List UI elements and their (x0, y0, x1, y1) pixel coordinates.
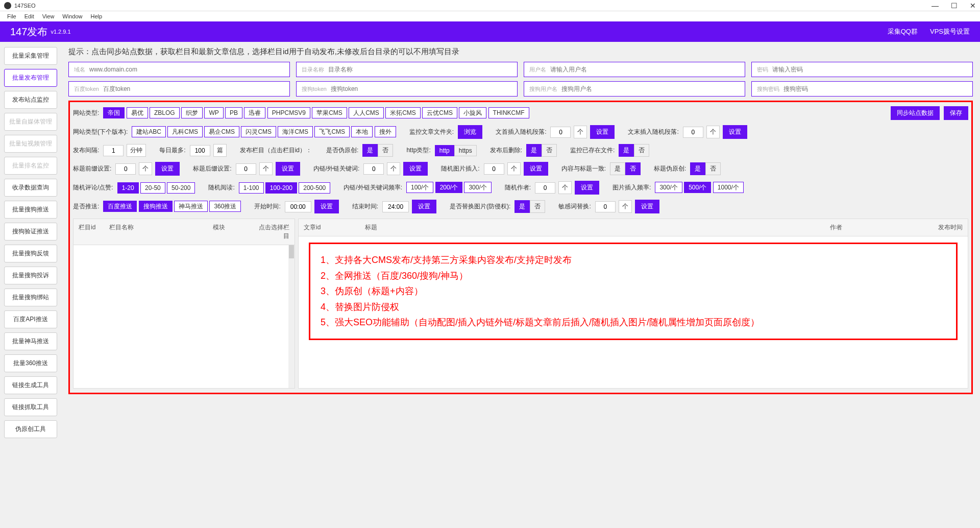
tag-200/个[interactable]: 200/个 (435, 182, 462, 193)
link-kw-input[interactable] (363, 163, 384, 175)
interval-input[interactable] (103, 145, 124, 156)
tag-迅睿[interactable]: 迅睿 (244, 107, 265, 118)
tag-小旋风[interactable]: 小旋风 (459, 107, 486, 118)
sidebar-item-12[interactable]: 百度API推送 (4, 310, 57, 328)
tag-1000/个[interactable]: 1000/个 (713, 182, 744, 193)
tag-建站ABC[interactable]: 建站ABC (132, 126, 166, 137)
sidebar-item-10[interactable]: 批量搜狗投诉 (4, 267, 57, 284)
sidebar-item-9[interactable]: 批量搜狗反馈 (4, 245, 57, 262)
sidebar-item-14[interactable]: 批量360推送 (4, 354, 57, 372)
rand-img-set[interactable]: 设置 (524, 162, 548, 176)
daily-max-input[interactable] (190, 145, 210, 156)
browse-button[interactable]: 浏览 (458, 125, 482, 139)
sidebar-item-1[interactable]: 批量发布管理 (4, 69, 57, 87)
tag-300/个[interactable]: 300/个 (464, 182, 491, 193)
title-suffix-set[interactable]: 设置 (276, 162, 300, 176)
minimize-icon[interactable]: — (932, 2, 939, 10)
tag-本地[interactable]: 本地 (351, 126, 373, 137)
tag-200-500[interactable]: 200-500 (299, 182, 330, 194)
end-time-set[interactable]: 设置 (412, 200, 436, 213)
sensitive-input[interactable] (595, 201, 616, 212)
tag-WP[interactable]: WP (204, 107, 223, 118)
insert-tail-set[interactable]: 设置 (723, 125, 747, 139)
input-field-搜狗用户名[interactable] (561, 85, 740, 92)
sensitive-set[interactable]: 设置 (635, 200, 659, 213)
tag-500/个[interactable]: 500/个 (684, 182, 711, 193)
title-prefix-input[interactable] (115, 163, 136, 175)
menu-edit[interactable]: Edit (21, 12, 37, 20)
tag-云优CMS[interactable]: 云优CMS (422, 107, 457, 118)
tag-人人CMS[interactable]: 人人CMS (349, 107, 384, 118)
rand-img-input[interactable] (484, 163, 504, 175)
tag-凡科CMS[interactable]: 凡科CMS (167, 126, 203, 137)
input-field-搜狗密码[interactable] (783, 85, 967, 92)
tag-PB[interactable]: PB (225, 107, 242, 118)
monitor-exist-toggle[interactable]: 是否 (619, 144, 649, 157)
tag-1-20[interactable]: 1-20 (117, 182, 139, 194)
tag-搜外[interactable]: 搜外 (375, 126, 396, 137)
push-tag-360推送[interactable]: 360推送 (209, 201, 241, 212)
scrollbar[interactable] (288, 245, 295, 388)
header-link-qq[interactable]: 采集QQ群 (888, 27, 918, 36)
tag-1-100[interactable]: 1-100 (239, 182, 264, 194)
header-link-vps[interactable]: VPS拨号设置 (930, 27, 970, 36)
sidebar-item-11[interactable]: 批量搜狗绑站 (4, 289, 57, 306)
tag-PHPCMSV9[interactable]: PHPCMSV9 (267, 107, 310, 118)
tag-闪灵CMS[interactable]: 闪灵CMS (241, 126, 276, 137)
insert-head-input[interactable] (550, 127, 571, 138)
tag-帝国[interactable]: 帝国 (103, 107, 125, 118)
push-tag-搜狗推送[interactable]: 搜狗推送 (139, 201, 173, 212)
title-suffix-input[interactable] (236, 163, 256, 175)
maximize-icon[interactable]: ☐ (951, 2, 958, 10)
tag-织梦[interactable]: 织梦 (181, 107, 203, 118)
tag-飞飞CMS[interactable]: 飞飞CMS (314, 126, 350, 137)
tag-海洋CMS[interactable]: 海洋CMS (278, 126, 313, 137)
sync-button[interactable]: 同步站点数据 (891, 106, 940, 120)
replace-img-toggle[interactable]: 是否 (514, 200, 545, 213)
sidebar-item-6[interactable]: 收录数据查询 (4, 179, 57, 197)
sidebar-item-2[interactable]: 发布站点监控 (4, 91, 57, 109)
tag-20-50[interactable]: 20-50 (140, 182, 165, 194)
tag-ZBLOG[interactable]: ZBLOG (150, 107, 180, 118)
content-title-toggle[interactable]: 是否 (610, 162, 641, 175)
title-prefix-set[interactable]: 设置 (155, 162, 180, 176)
close-icon[interactable]: ✕ (970, 2, 976, 10)
pseudo-toggle[interactable]: 是否 (362, 144, 393, 157)
tag-苹果CMS[interactable]: 苹果CMS (312, 107, 347, 118)
sidebar-item-15[interactable]: 链接生成工具 (4, 376, 57, 394)
article-table-body[interactable]: 1、支持各大CMS发布/支持第三方采集内容发布/支持定时发布 2、全网推送（百度… (299, 236, 968, 379)
tag-THINKCMF[interactable]: THINKCMF (488, 107, 529, 118)
input-field-密码[interactable] (772, 66, 967, 73)
input-field-用户名[interactable] (550, 66, 740, 73)
tag-米拓CMS[interactable]: 米拓CMS (385, 107, 421, 118)
input-field-目录名称[interactable] (328, 66, 512, 73)
tag-100-200[interactable]: 100-200 (265, 182, 297, 194)
start-time-set[interactable]: 设置 (314, 200, 339, 213)
del-after-toggle[interactable]: 是否 (526, 144, 557, 157)
push-tag-神马推送[interactable]: 神马推送 (174, 201, 208, 212)
input-field-域名[interactable] (89, 66, 284, 73)
rand-author-input[interactable] (535, 182, 555, 194)
push-tag-百度推送[interactable]: 百度推送 (103, 201, 137, 212)
sidebar-item-17[interactable]: 伪原创工具 (4, 420, 57, 438)
input-field-搜狗token[interactable] (331, 85, 512, 92)
link-kw-set[interactable]: 设置 (403, 162, 428, 176)
tag-300/个[interactable]: 300/个 (655, 182, 682, 193)
save-button[interactable]: 保存 (944, 106, 968, 120)
menu-help[interactable]: Help (87, 12, 105, 20)
end-time-input[interactable] (382, 201, 409, 212)
input-field-百度token[interactable] (103, 85, 284, 92)
insert-tail-input[interactable] (683, 127, 703, 138)
menu-window[interactable]: Window (59, 12, 85, 20)
rand-author-set[interactable]: 设置 (575, 181, 599, 195)
sidebar-item-16[interactable]: 链接抓取工具 (4, 398, 57, 416)
tag-100/个[interactable]: 100/个 (406, 182, 433, 193)
start-time-input[interactable] (285, 201, 311, 212)
tag-易优[interactable]: 易优 (127, 107, 148, 118)
sidebar-item-13[interactable]: 批量神马推送 (4, 332, 57, 350)
title-pseudo-toggle[interactable]: 是否 (690, 162, 721, 175)
menu-view[interactable]: View (39, 12, 58, 20)
menu-file[interactable]: File (4, 12, 19, 20)
http-toggle[interactable]: httphttps (435, 145, 477, 156)
column-table-body[interactable] (74, 245, 295, 388)
